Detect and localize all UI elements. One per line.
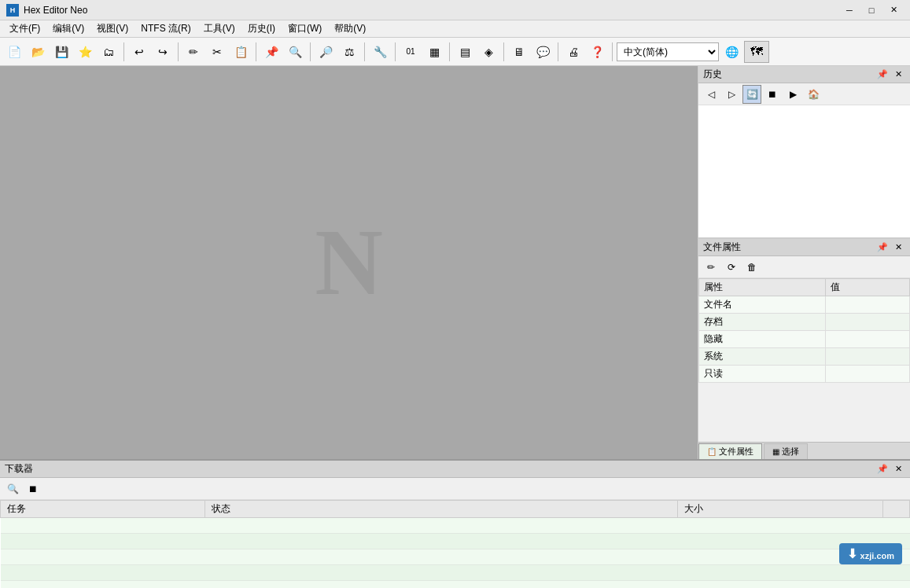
toolbar-btn-zoom[interactable]: 🔎 xyxy=(315,41,337,63)
menu-item-window[interactable]: 窗口(W) xyxy=(282,21,328,37)
file-props-close-button[interactable]: ✕ xyxy=(891,241,905,255)
menu-item-view[interactable]: 视图(V) xyxy=(90,21,134,37)
history-panel: 历史 📌 ✕ ◁▷🔄⏹▶🏠 xyxy=(698,66,910,239)
downloader-toolbar: 🔍 ⏹ xyxy=(0,478,910,500)
tab-icon-select: ▦ xyxy=(772,447,779,456)
globe-button[interactable]: 🌐 xyxy=(720,41,742,63)
props-cell-attr: 系统 xyxy=(699,348,826,366)
toolbar-sep-12 xyxy=(310,42,311,61)
toolbar-btn-fill[interactable]: ◈ xyxy=(477,41,499,63)
downloader-close-button[interactable]: ✕ xyxy=(891,462,905,476)
maximize-button[interactable]: □ xyxy=(861,2,882,18)
panel-tabs: 📋文件属性▦选择 xyxy=(698,442,910,459)
history-toolbar-btn-stop[interactable]: ⏹ xyxy=(763,85,782,104)
toolbar-btn-undo[interactable]: ↩ xyxy=(128,41,150,63)
file-props-toolbar: ✏ ⟳ 🗑 xyxy=(698,256,910,278)
menu-item-history[interactable]: 历史(I) xyxy=(241,21,282,37)
dl-stop-button[interactable]: ⏹ xyxy=(24,480,42,498)
refresh-prop-button[interactable]: ⟳ xyxy=(722,258,741,277)
history-pin-button[interactable]: 📌 xyxy=(875,68,890,82)
dl-search-button[interactable]: 🔍 xyxy=(3,480,22,498)
dl-col-task: 任务 xyxy=(1,501,205,518)
toolbar-btn-hex01[interactable]: 01 xyxy=(400,41,422,63)
toolbar-btn-patch[interactable]: 🔧 xyxy=(369,41,391,63)
props-scroll: 属性 值 文件名存档隐藏系统只读 xyxy=(698,278,910,442)
toolbar-btn-search[interactable]: 🔍 xyxy=(284,41,306,63)
props-cell-value xyxy=(825,348,909,366)
file-props-panel: 文件属性 📌 ✕ ✏ ⟳ 🗑 属性 值 xyxy=(698,239,910,459)
downloader-section: 下载器 📌 ✕ 🔍 ⏹ 任务状态大小 xyxy=(0,459,910,588)
title-bar: H Hex Editor Neo ─ □ ✕ xyxy=(0,0,910,20)
file-props-pin-button[interactable]: 📌 xyxy=(875,241,890,255)
dl-cell-task xyxy=(1,534,205,549)
toolbar-btn-calc[interactable]: 🖥 xyxy=(508,41,530,63)
props-table: 属性 值 文件名存档隐藏系统只读 xyxy=(698,278,910,383)
menu-item-ntfs[interactable]: NTFS 流(R) xyxy=(134,21,197,37)
toolbar-sep-10 xyxy=(256,42,256,61)
panel-tab-select[interactable]: ▦选择 xyxy=(764,443,808,459)
toolbar-sep-14 xyxy=(364,42,365,61)
props-cell-attr: 只读 xyxy=(699,366,826,383)
delete-prop-button[interactable]: 🗑 xyxy=(742,258,761,277)
toolbar-btn-cut[interactable]: ✂ xyxy=(206,41,228,63)
history-toolbar-btn-back[interactable]: ◁ xyxy=(702,85,720,104)
history-toolbar-btn-refresh[interactable]: 🔄 xyxy=(742,85,761,104)
toolbar-sep-7 xyxy=(178,42,179,61)
language-select[interactable]: 中文(简体)English日本語한국어 xyxy=(617,42,719,61)
dl-cell-size xyxy=(678,581,882,589)
props-row: 隐藏 xyxy=(699,331,910,348)
dl-cell-size xyxy=(678,518,882,534)
toolbar-btn-bytes[interactable]: ▦ xyxy=(423,41,445,63)
history-content xyxy=(698,105,910,237)
toolbar-btn-edit2[interactable]: ✏ xyxy=(182,41,204,63)
menu-item-tools[interactable]: 工具(V) xyxy=(197,21,241,37)
history-toolbar-btn-forward[interactable]: ▷ xyxy=(722,85,741,104)
app-icon: H xyxy=(6,4,19,17)
props-col-value: 值 xyxy=(825,279,909,296)
toolbar-btn-columns[interactable]: ▤ xyxy=(454,41,476,63)
menu-item-edit[interactable]: 编辑(V) xyxy=(46,21,90,37)
dl-cell-extra xyxy=(882,565,909,581)
menu-item-file[interactable]: 文件(F) xyxy=(3,21,46,37)
app-title: Hex Editor Neo xyxy=(24,5,839,16)
edit-prop-button[interactable]: ✏ xyxy=(702,258,720,277)
props-row: 文件名 xyxy=(699,296,910,314)
toolbar-btn-open[interactable]: 📂 xyxy=(27,41,49,63)
downloader-pin-button[interactable]: 📌 xyxy=(875,462,890,476)
close-button[interactable]: ✕ xyxy=(883,2,904,18)
toolbar-btn-copy[interactable]: 📋 xyxy=(230,41,252,63)
toolbar-btn-redo[interactable]: ↪ xyxy=(152,41,174,63)
dl-col-status: 状态 xyxy=(205,501,678,518)
map-button[interactable]: 🗺 xyxy=(744,41,769,63)
downloader-header: 下载器 📌 ✕ xyxy=(0,461,910,478)
toolbar-btn-save[interactable]: 💾 xyxy=(50,41,72,63)
history-panel-header: 历史 📌 ✕ xyxy=(698,66,910,83)
menu-item-help[interactable]: 帮助(V) xyxy=(328,21,372,37)
toolbar-btn-folder2[interactable]: 🗂 xyxy=(98,41,120,63)
props-cell-attr: 隐藏 xyxy=(699,331,826,348)
dl-cell-extra xyxy=(882,518,909,534)
toolbar-btn-info[interactable]: ❓ xyxy=(586,41,608,63)
dl-cell-status xyxy=(205,518,678,534)
window-controls: ─ □ ✕ xyxy=(839,2,904,18)
toolbar-btn-compare[interactable]: ⚖ xyxy=(338,41,360,63)
toolbar-btn-print[interactable]: 🖨 xyxy=(562,41,584,63)
toolbar-btn-paste[interactable]: 📌 xyxy=(260,41,282,63)
dl-table-row xyxy=(1,581,910,589)
downloader-title: 下载器 xyxy=(5,462,33,476)
history-toolbar-btn-forward2[interactable]: ▶ xyxy=(783,85,802,104)
props-row: 只读 xyxy=(699,366,910,383)
dl-cell-task xyxy=(1,565,205,581)
dl-cell-status xyxy=(205,534,678,549)
dl-cell-task xyxy=(1,518,205,534)
minimize-button[interactable]: ─ xyxy=(839,2,860,18)
history-toolbar-btn-home[interactable]: 🏠 xyxy=(804,85,823,104)
history-header-controls: 📌 ✕ xyxy=(875,68,905,82)
right-panel: 历史 📌 ✕ ◁▷🔄⏹▶🏠 文件属性 📌 ✕ ✏ ⟳ xyxy=(698,66,910,459)
toolbar-btn-star[interactable]: ⭐ xyxy=(74,41,96,63)
file-props-title: 文件属性 xyxy=(703,241,741,254)
history-close-button[interactable]: ✕ xyxy=(891,68,905,82)
toolbar-btn-chat[interactable]: 💬 xyxy=(532,41,554,63)
panel-tab-file-props[interactable]: 📋文件属性 xyxy=(698,443,762,459)
toolbar-btn-new[interactable]: 📄 xyxy=(3,41,25,63)
